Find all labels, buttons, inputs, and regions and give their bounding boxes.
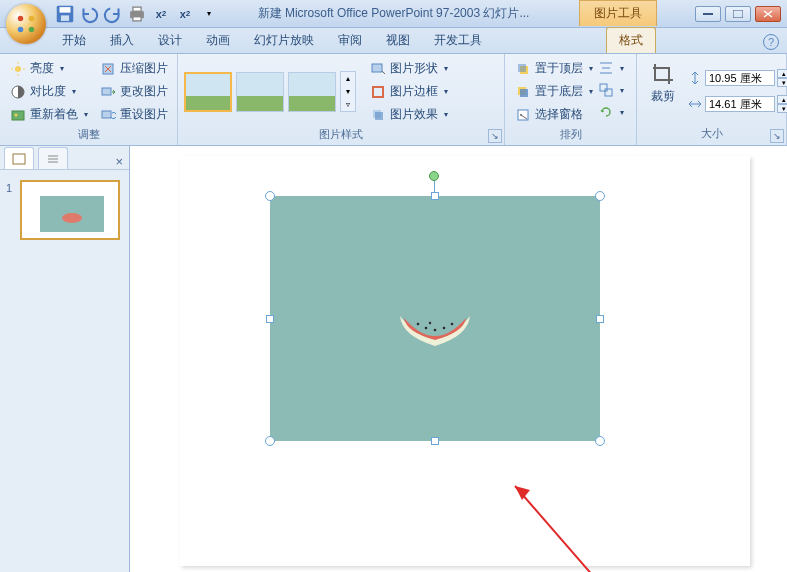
- tab-home[interactable]: 开始: [50, 28, 98, 53]
- tab-review[interactable]: 审阅: [326, 28, 374, 53]
- redo-button[interactable]: [102, 3, 124, 25]
- style-thumb-3[interactable]: [288, 72, 336, 112]
- style-thumb-1[interactable]: [184, 72, 232, 112]
- panel-close-button[interactable]: ×: [115, 154, 123, 169]
- tab-format[interactable]: 格式: [606, 27, 656, 53]
- maximize-button[interactable]: [725, 6, 751, 22]
- picture-border-label: 图片边框: [390, 83, 438, 100]
- quick-access-toolbar: x2 x2 ▾: [54, 3, 220, 25]
- svg-rect-23: [372, 64, 382, 72]
- picture-border-button[interactable]: 图片边框▾: [366, 81, 452, 102]
- svg-rect-6: [61, 15, 69, 21]
- tab-design[interactable]: 设计: [146, 28, 194, 53]
- height-input[interactable]: [705, 70, 775, 86]
- height-up[interactable]: ▴: [777, 69, 787, 78]
- rotation-handle[interactable]: [429, 171, 439, 181]
- align-button[interactable]: ▾: [596, 58, 626, 78]
- slide-thumbnail-1[interactable]: 1: [8, 180, 121, 240]
- svg-rect-9: [133, 16, 141, 20]
- office-button[interactable]: [6, 4, 46, 44]
- picture-effects-button[interactable]: 图片效果▾: [366, 104, 452, 125]
- tab-slideshow[interactable]: 幻灯片放映: [242, 28, 326, 53]
- contextual-tab-label: 图片工具: [579, 0, 657, 26]
- svg-point-2: [18, 27, 24, 33]
- handle-bl[interactable]: [265, 436, 275, 446]
- selected-picture[interactable]: [270, 196, 600, 441]
- slide-panel: × 1: [0, 146, 130, 572]
- style-thumb-2[interactable]: [236, 72, 284, 112]
- outline-tab[interactable]: [38, 147, 68, 169]
- width-input[interactable]: [705, 96, 775, 112]
- recolor-button[interactable]: 重新着色▾: [6, 104, 92, 125]
- crop-button[interactable]: 裁剪: [643, 58, 683, 124]
- undo-button[interactable]: [78, 3, 100, 25]
- handle-br[interactable]: [595, 436, 605, 446]
- qat-customize[interactable]: ▾: [198, 3, 220, 25]
- gallery-down[interactable]: ▾: [341, 85, 355, 98]
- size-dialog-launcher[interactable]: ↘: [770, 129, 784, 143]
- handle-tm[interactable]: [431, 192, 439, 200]
- reset-picture-label: 重设图片: [120, 106, 168, 123]
- compress-button[interactable]: 压缩图片: [96, 58, 172, 79]
- superscript-button[interactable]: x2: [150, 3, 172, 25]
- svg-rect-36: [600, 84, 607, 91]
- subscript-button[interactable]: x2: [174, 3, 196, 25]
- width-icon: [687, 96, 703, 112]
- width-up[interactable]: ▴: [777, 95, 787, 104]
- close-button[interactable]: [755, 6, 781, 22]
- help-button[interactable]: ?: [763, 34, 779, 50]
- svg-rect-18: [12, 111, 24, 120]
- svg-point-44: [425, 327, 428, 330]
- handle-bm[interactable]: [431, 437, 439, 445]
- picture-shape-button[interactable]: 图片形状▾: [366, 58, 452, 79]
- slide-number: 1: [6, 182, 12, 194]
- brightness-button[interactable]: 亮度▾: [6, 58, 92, 79]
- svg-point-32: [520, 114, 522, 116]
- save-button[interactable]: [54, 3, 76, 25]
- styles-dialog-launcher[interactable]: ↘: [488, 129, 502, 143]
- width-down[interactable]: ▾: [777, 104, 787, 113]
- change-picture-button[interactable]: 更改图片: [96, 81, 172, 102]
- svg-point-47: [451, 323, 454, 326]
- height-icon: [687, 70, 703, 86]
- svg-rect-28: [518, 64, 526, 72]
- handle-mr[interactable]: [596, 315, 604, 323]
- styles-group-label: 图片样式: [184, 125, 498, 144]
- height-down[interactable]: ▾: [777, 78, 787, 87]
- contrast-button[interactable]: 对比度▾: [6, 81, 92, 102]
- svg-point-45: [434, 329, 437, 332]
- ribbon-tabs: 开始 插入 设计 动画 幻灯片放映 审阅 视图 开发工具 格式 ?: [0, 28, 787, 54]
- contrast-label: 对比度: [30, 83, 66, 100]
- slides-tab[interactable]: [4, 147, 34, 169]
- ribbon: 亮度▾ 对比度▾ 重新着色▾ 压缩图片 更改图片 重设图片 调整 ▴ ▾ ▿: [0, 54, 787, 146]
- slide-canvas-area[interactable]: [130, 146, 787, 572]
- crop-label: 裁剪: [651, 88, 675, 105]
- tab-insert[interactable]: 插入: [98, 28, 146, 53]
- tab-animation[interactable]: 动画: [194, 28, 242, 53]
- handle-tr[interactable]: [595, 191, 605, 201]
- reset-picture-button[interactable]: 重设图片: [96, 104, 172, 125]
- brightness-label: 亮度: [30, 60, 54, 77]
- svg-point-12: [15, 66, 21, 72]
- handle-tl[interactable]: [265, 191, 275, 201]
- bring-front-button[interactable]: 置于顶层▾: [511, 58, 597, 79]
- group-button[interactable]: ▾: [596, 80, 626, 100]
- tab-view[interactable]: 视图: [374, 28, 422, 53]
- svg-point-46: [443, 327, 446, 330]
- gallery-up[interactable]: ▴: [341, 72, 355, 85]
- minimize-button[interactable]: [695, 6, 721, 22]
- change-picture-label: 更改图片: [120, 83, 168, 100]
- picture-styles-gallery[interactable]: ▴ ▾ ▿: [184, 58, 356, 125]
- send-back-button[interactable]: 置于底层▾: [511, 81, 597, 102]
- watermelon-image: [390, 306, 480, 356]
- svg-point-1: [29, 16, 35, 22]
- gallery-more[interactable]: ▿: [341, 98, 355, 111]
- rotate-button[interactable]: ▾: [596, 102, 626, 122]
- tab-developer[interactable]: 开发工具: [422, 28, 494, 53]
- selection-pane-button[interactable]: 选择窗格: [511, 104, 597, 125]
- svg-point-42: [62, 213, 82, 223]
- slide-canvas[interactable]: [180, 156, 750, 566]
- svg-rect-26: [375, 112, 383, 120]
- print-button[interactable]: [126, 3, 148, 25]
- handle-ml[interactable]: [266, 315, 274, 323]
